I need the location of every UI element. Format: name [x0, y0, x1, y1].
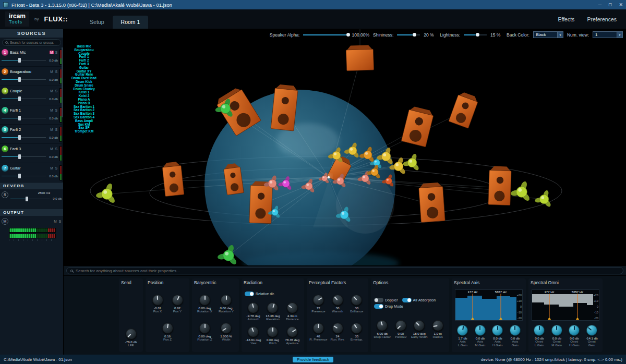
toggle-drop-mode[interactable]: Drop Mode — [374, 304, 403, 309]
source-gain-slider[interactable] — [2, 77, 46, 82]
slider-handle[interactable] — [18, 154, 21, 159]
back-color-select[interactable]: Black ▼ — [533, 31, 563, 38]
knob-early-width[interactable] — [414, 320, 425, 331]
global-search[interactable] — [66, 267, 623, 274]
knob-axis-gain[interactable] — [510, 325, 521, 336]
mute-button[interactable]: M — [50, 147, 53, 151]
solo-button[interactable]: S — [55, 147, 58, 151]
toggle-switch[interactable] — [374, 298, 383, 302]
knob-width[interactable] — [221, 323, 232, 334]
mute-button[interactable]: M — [50, 166, 53, 170]
provide-feedback-button[interactable]: Provide feedback — [293, 357, 333, 362]
mute-button[interactable]: M — [50, 70, 53, 74]
knob-pos-x[interactable] — [152, 295, 163, 306]
knob-axis-m-gain[interactable] — [475, 325, 486, 336]
knob-brilliance[interactable] — [351, 295, 362, 306]
global-search-input[interactable] — [76, 269, 619, 273]
slider-handle[interactable] — [18, 116, 21, 120]
source-gain-slider[interactable] — [2, 58, 46, 63]
knob-rotation-x[interactable] — [199, 295, 210, 306]
source-gain-slider[interactable] — [2, 116, 46, 120]
knob-azimuth[interactable] — [248, 302, 259, 313]
reverb-gain-slider[interactable] — [10, 197, 50, 201]
knob-panrev[interactable] — [395, 320, 406, 331]
sources-scrollbar[interactable] — [62, 47, 63, 183]
sources-search-input[interactable] — [10, 41, 58, 44]
speaker[interactable] — [449, 91, 479, 128]
speaker[interactable] — [271, 84, 298, 131]
toggle-doppler[interactable]: Doppler — [374, 298, 398, 302]
solo-button[interactable]: S — [55, 166, 58, 170]
slider-handle[interactable] — [346, 33, 350, 37]
reverb-badge[interactable]: R — [2, 191, 8, 198]
scrollbar-thumb[interactable] — [62, 47, 63, 117]
mute-button[interactable]: M — [50, 89, 53, 93]
solo-button[interactable]: S — [55, 108, 58, 112]
knob-rotation-y[interactable] — [221, 295, 232, 306]
source-object[interactable] — [535, 190, 552, 208]
source-object[interactable] — [403, 153, 420, 172]
toggle-switch[interactable] — [402, 298, 412, 302]
sources-search[interactable] — [2, 39, 61, 46]
speaker[interactable] — [401, 105, 435, 147]
knob-aperture[interactable] — [287, 326, 298, 337]
tab-room-1[interactable]: Room 1 — [113, 16, 149, 29]
solo-button[interactable]: S — [55, 70, 58, 74]
source-gain-slider[interactable] — [2, 154, 46, 159]
source-row[interactable]: 7GuitarMS0.0 db — [0, 163, 63, 183]
listener-point[interactable] — [328, 176, 330, 178]
slider-handle[interactable] — [18, 174, 21, 178]
slider-handle[interactable] — [413, 33, 416, 37]
source-gain-slider[interactable] — [2, 96, 46, 101]
slider-handle[interactable] — [476, 33, 479, 37]
speaker[interactable] — [418, 182, 445, 222]
knob-r-presence[interactable] — [313, 323, 324, 334]
shininess-slider[interactable] — [397, 32, 420, 37]
mute-button[interactable]: M — [50, 128, 53, 131]
source-row[interactable]: 4Farfi 1MS0.0 db — [0, 105, 63, 125]
knob-omni-h-gain[interactable] — [569, 325, 580, 336]
knob-warmth[interactable] — [332, 295, 343, 306]
output-badge[interactable]: M — [2, 218, 8, 225]
knob-axis-h-gain[interactable] — [492, 325, 503, 336]
slider-handle[interactable] — [18, 77, 21, 82]
knob-drop-factor[interactable] — [377, 320, 388, 331]
knob-omni-gain[interactable] — [586, 325, 597, 336]
source-row[interactable]: 5Farfi 2MS0.0 db — [0, 125, 63, 144]
minimize-icon[interactable]: ─ — [598, 2, 601, 7]
solo-button[interactable]: S — [55, 128, 58, 131]
source-row[interactable]: 1Bass MicMS0.0 db — [0, 47, 63, 67]
knob-pitch[interactable] — [267, 326, 278, 337]
knob-axis-l-gain[interactable] — [457, 325, 468, 336]
close-icon[interactable]: ✕ — [619, 2, 623, 7]
mute-button[interactable]: M — [50, 51, 53, 54]
knob-lfe[interactable] — [126, 329, 137, 339]
knob-radius[interactable] — [432, 320, 443, 331]
knob-omni-m-gain[interactable] — [551, 325, 562, 336]
knob-pos-y[interactable] — [172, 295, 183, 306]
tab-setup[interactable]: Setup — [81, 16, 112, 29]
speaker[interactable] — [488, 166, 512, 205]
mute-button[interactable]: M — [53, 220, 57, 223]
toggle-switch[interactable] — [374, 304, 383, 309]
toggle-air-absorption[interactable]: Air Absorption — [402, 298, 436, 302]
maximize-icon[interactable]: □ — [609, 2, 611, 7]
solo-button[interactable]: S — [55, 51, 58, 54]
nav-button-preferences[interactable]: Preferences — [587, 16, 617, 22]
source-row[interactable]: 2BougarabouMS0.0 db — [0, 67, 63, 86]
knob-presence[interactable] — [313, 295, 324, 306]
knob-elevation[interactable] — [267, 302, 278, 313]
toggle-relative-dir[interactable]: Relative dir. — [245, 292, 275, 296]
source-row[interactable]: 6Farfi 3MS0.0 db — [0, 144, 63, 163]
knob-envelop[interactable] — [351, 323, 362, 334]
knob-omni-l-gain[interactable] — [534, 325, 545, 336]
slider-handle[interactable] — [18, 58, 21, 63]
knob-distance[interactable] — [287, 302, 298, 313]
nav-button-effects[interactable]: Effects — [558, 16, 574, 22]
knob-rotation-z[interactable] — [199, 323, 210, 334]
knob-pos-z[interactable] — [162, 323, 173, 334]
source-row[interactable]: 3CoupleMS0.0 db — [0, 86, 63, 105]
spectral-meter[interactable]: 177 Hz5657 Hz+20+100-10-20 — [455, 289, 523, 321]
knob-run-rev[interactable] — [332, 323, 343, 334]
lightness-slider[interactable] — [464, 32, 487, 37]
